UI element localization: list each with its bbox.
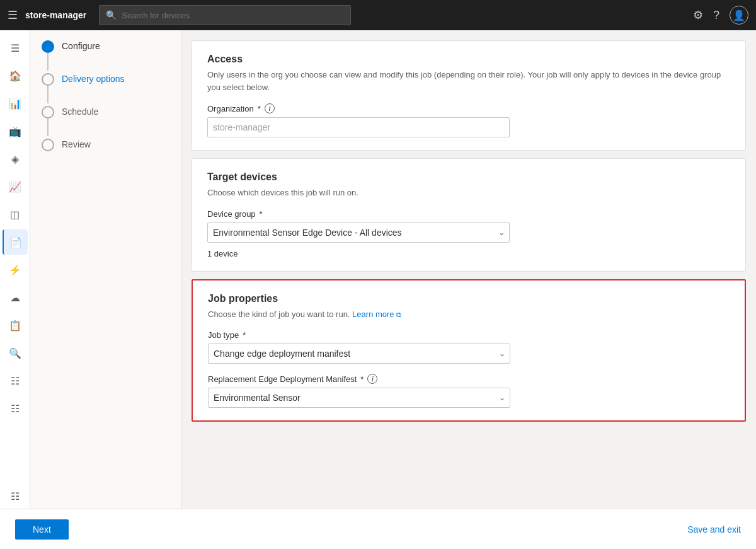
step-label-schedule[interactable]: Schedule bbox=[62, 106, 98, 117]
hamburger-icon[interactable]: ☰ bbox=[8, 8, 18, 22]
nav-icon-dashboard[interactable]: ◫ bbox=[3, 202, 28, 227]
avatar[interactable]: 👤 bbox=[730, 6, 748, 25]
access-description: Only users in the org you choose can vie… bbox=[207, 69, 730, 93]
help-icon[interactable]: ? bbox=[713, 9, 719, 22]
step-schedule: Schedule bbox=[40, 106, 171, 136]
job-type-wrapper: Change edge deployment manifestUpdate fi… bbox=[208, 344, 510, 364]
next-button[interactable]: Next bbox=[15, 519, 69, 540]
step-configure: Configure bbox=[40, 40, 171, 71]
settings-icon[interactable]: ⚙ bbox=[693, 8, 703, 22]
job-type-label: Job type * bbox=[208, 330, 730, 340]
nav-icon-table[interactable]: ☷ bbox=[3, 396, 28, 421]
save-exit-button[interactable]: Save and exit bbox=[687, 524, 741, 535]
nav-icon-jobs[interactable]: 📄 bbox=[3, 229, 28, 255]
job-properties-card: Job properties Choose the kind of job yo… bbox=[192, 279, 746, 422]
step-circle-review bbox=[42, 139, 54, 151]
search-input[interactable] bbox=[122, 11, 344, 20]
bottom-bar: Next Save and exit bbox=[0, 509, 756, 549]
nav-icon-grid[interactable]: ☷ bbox=[3, 368, 28, 393]
app-brand: store-manager bbox=[25, 10, 86, 20]
target-description: Choose which devices this job will run o… bbox=[207, 187, 730, 199]
step-label-review[interactable]: Review bbox=[62, 139, 91, 149]
search-icon: 🔍 bbox=[106, 10, 117, 20]
nav-icon-lightning[interactable]: ⚡ bbox=[3, 257, 28, 282]
nav-icon-bottom[interactable]: ☷ bbox=[3, 483, 28, 509]
nav-icon-search2[interactable]: 🔍 bbox=[3, 340, 28, 366]
nav-icon-connect[interactable]: ◈ bbox=[3, 146, 28, 171]
nav-icon-devices[interactable]: 📺 bbox=[3, 118, 28, 144]
device-count: 1 device bbox=[207, 249, 730, 258]
step-delivery: Delivery options bbox=[40, 73, 171, 103]
nav-icon-menu[interactable]: ☰ bbox=[3, 35, 28, 61]
topnav-right: ⚙ ? 👤 bbox=[693, 6, 748, 25]
nav-icon-cloud[interactable]: ☁ bbox=[3, 285, 28, 310]
nav-icon-analytics[interactable]: 📈 bbox=[3, 174, 28, 199]
external-link-icon: ⧉ bbox=[396, 311, 401, 318]
org-input[interactable] bbox=[207, 117, 510, 137]
learn-more-link[interactable]: Learn more ⧉ bbox=[352, 309, 401, 319]
target-title: Target devices bbox=[207, 171, 730, 183]
device-group-select[interactable]: Environmental Sensor Edge Device - All d… bbox=[207, 222, 510, 243]
nav-icon-chart[interactable]: 📊 bbox=[3, 91, 28, 116]
search-bar: 🔍 bbox=[99, 5, 351, 25]
step-review: Review bbox=[40, 139, 171, 151]
job-properties-title: Job properties bbox=[208, 293, 730, 304]
org-info-icon[interactable]: i bbox=[265, 103, 275, 113]
access-card: Access Only users in the org you choose … bbox=[192, 40, 746, 151]
job-properties-description: Choose the kind of job you want to run. … bbox=[208, 308, 730, 321]
target-devices-card: Target devices Choose which devices this… bbox=[192, 158, 746, 272]
access-title: Access bbox=[207, 54, 730, 65]
step-label-delivery[interactable]: Delivery options bbox=[62, 73, 125, 84]
nav-icon-file[interactable]: 📋 bbox=[3, 313, 28, 338]
manifest-wrapper: Environmental SensorDefault manifest ⌄ bbox=[208, 388, 510, 408]
topnav: ☰ store-manager 🔍 ⚙ ? 👤 bbox=[0, 0, 756, 30]
org-field-label: Organization * i bbox=[207, 103, 730, 113]
manifest-field-label: Replacement Edge Deployment Manifest * i bbox=[208, 374, 730, 384]
device-group-wrapper: Environmental Sensor Edge Device - All d… bbox=[207, 222, 510, 243]
icon-sidebar: ☰ 🏠 📊 📺 ◈ 📈 ◫ 📄 ⚡ ☁ 📋 🔍 ☷ ☷ ☷ bbox=[0, 30, 30, 509]
manifest-info-icon[interactable]: i bbox=[367, 374, 377, 384]
nav-icon-home[interactable]: 🏠 bbox=[3, 63, 28, 88]
step-circle-delivery bbox=[42, 73, 54, 86]
content-area: Access Only users in the org you choose … bbox=[181, 30, 756, 509]
step-circle-schedule bbox=[42, 106, 54, 118]
step-sidebar: Configure Delivery options Schedule Revi… bbox=[30, 30, 181, 509]
manifest-select[interactable]: Environmental SensorDefault manifest bbox=[208, 388, 510, 408]
job-type-select[interactable]: Change edge deployment manifestUpdate fi… bbox=[208, 344, 510, 364]
device-group-label: Device group * bbox=[207, 209, 730, 219]
step-circle-configure bbox=[42, 40, 54, 53]
step-label-configure[interactable]: Configure bbox=[62, 40, 100, 51]
